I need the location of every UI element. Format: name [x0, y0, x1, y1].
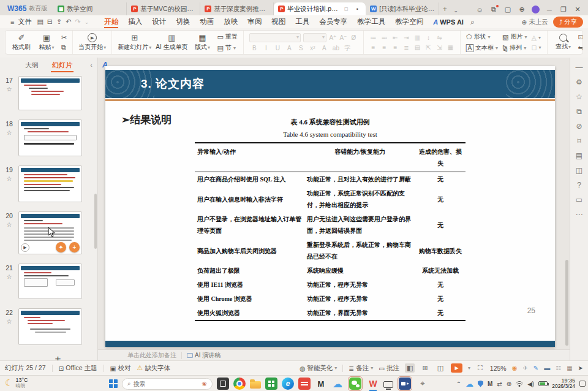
new-tab-button[interactable]: +	[439, 5, 450, 15]
taskbar-search[interactable]: ⌕ ❀	[122, 378, 213, 390]
paste-button[interactable]: ▣ 粘贴▾	[36, 33, 57, 51]
layout-button[interactable]: ▦ 版式▾	[192, 33, 213, 51]
text-effect-icon[interactable]: 字	[344, 44, 352, 52]
ime-icon[interactable]: M	[488, 381, 492, 387]
wifi-icon[interactable]	[516, 381, 523, 387]
select-button[interactable]: ⊡选择▾	[578, 32, 583, 41]
tray-clock[interactable]: 19:35 2026/3/24	[552, 378, 575, 390]
star-icon[interactable]: ☆	[7, 221, 12, 228]
reset-button[interactable]: ▭重置	[217, 32, 237, 41]
menu-item[interactable]: 会员专享	[314, 15, 352, 28]
outdent-icon[interactable]: ⇤	[391, 34, 399, 42]
text-direction-icon[interactable]: ⇋	[435, 34, 443, 42]
more-icon[interactable]: ⋯	[576, 211, 583, 219]
smartart-icon[interactable]: ▦	[447, 44, 454, 51]
chart-icon[interactable]: ▤	[576, 152, 582, 160]
collapse-panel-icon[interactable]: ‹	[90, 61, 92, 69]
share-button[interactable]: ⤴分享	[553, 17, 583, 28]
ai-beautify-button[interactable]: ✦	[56, 242, 66, 252]
tab-slides[interactable]: 幻灯片	[51, 59, 74, 72]
zoom-level[interactable]: 125%	[490, 365, 507, 372]
redo-icon[interactable]: ↷	[73, 18, 82, 26]
star-icon[interactable]: ☆	[7, 175, 12, 182]
weather-widget[interactable]: ☾ 13°C 晴朗	[5, 377, 28, 389]
pointer-tool-icon[interactable]: ⌖	[417, 378, 429, 390]
overlay-tool-icon[interactable]: ▦	[567, 365, 572, 371]
char-spacing-icon[interactable]: A	[285, 44, 293, 52]
menu-item[interactable]: 教学空间	[390, 15, 428, 28]
help-icon[interactable]: ?	[577, 181, 581, 189]
slide-thumbnail[interactable]	[18, 120, 82, 156]
duplicate-icon[interactable]: ⧉	[576, 108, 582, 116]
swap-icon[interactable]: ⇄	[497, 381, 502, 387]
notification-center-icon[interactable]	[579, 381, 586, 387]
translate-button[interactable]: ⇋翻译	[578, 44, 583, 52]
new-slide-button[interactable]: ⊞ 新建幻灯片▾	[118, 33, 151, 51]
battery-icon[interactable]	[538, 381, 548, 386]
cloud-app-icon[interactable]: ☁	[331, 378, 344, 390]
apps-icon[interactable]: ⧉	[489, 6, 498, 13]
play-from-current-button[interactable]: ▶ 当页开始▾	[78, 33, 106, 51]
outline-button[interactable]: ◻▾	[531, 44, 541, 51]
m-app-icon[interactable]: M	[315, 378, 327, 390]
fit-slide-icon[interactable]: ⛶	[476, 363, 484, 373]
font-family-select[interactable]	[249, 33, 301, 42]
panel-scrollbar[interactable]	[94, 194, 97, 249]
proofing-button[interactable]: ▣校对	[110, 364, 131, 373]
star-icon[interactable]: ☆	[7, 273, 12, 280]
highlight-icon[interactable]: ab	[332, 44, 340, 52]
tab-document-mvc[interactable]: P 基于MVC的校园二手商品交	[127, 2, 200, 15]
copy-icon[interactable]: ⧉	[61, 44, 67, 51]
screen-share-icon[interactable]	[383, 381, 393, 388]
arrange-button[interactable]: ⧎排列▾	[502, 44, 527, 52]
overlay-tool-icon[interactable]: ✎	[533, 365, 538, 371]
thumb-play-button[interactable]: ▶	[21, 243, 29, 252]
overlay-tool-icon[interactable]: ✈	[522, 365, 527, 371]
tray-expand-icon[interactable]: ⌃	[456, 381, 461, 387]
move-up-icon[interactable]: ⇱	[424, 44, 432, 51]
file-menu[interactable]: ≡ 文件	[5, 17, 35, 26]
underline-icon[interactable]: U	[274, 44, 282, 52]
export-icon[interactable]: ⇪	[55, 18, 64, 26]
smart-beautify-button[interactable]: ◍智能美化▾	[300, 364, 337, 373]
security-shield-icon[interactable]	[478, 381, 483, 387]
slide-thumbnail[interactable]	[18, 264, 82, 299]
comment-icon[interactable]: ▭	[576, 196, 582, 204]
search-input[interactable]	[134, 381, 186, 387]
user-avatar[interactable]	[532, 6, 540, 13]
tab-teaching-space[interactable]: ▦ 教学空间	[53, 2, 127, 15]
notes-button[interactable]: ≣备注▾	[349, 364, 373, 373]
slide-thumbnail[interactable]	[18, 76, 82, 110]
star-icon[interactable]: ☆	[7, 129, 12, 136]
menu-item[interactable]: 动画	[195, 15, 219, 28]
move-down-icon[interactable]: ⇲	[435, 44, 443, 51]
font-grow-icon[interactable]: A⁺	[329, 34, 337, 42]
menu-item[interactable]: 审阅	[243, 15, 266, 28]
italic-icon[interactable]: I	[262, 44, 270, 52]
menu-item[interactable]: 视图	[266, 15, 290, 28]
ai-generate-button[interactable]: ▥ AI 生成单页	[156, 33, 187, 51]
notebook-app-icon[interactable]	[217, 378, 229, 390]
cloud-sync-icon[interactable]: ☁	[466, 379, 473, 389]
comment-button[interactable]: ▭批注	[379, 364, 399, 373]
menu-wps-ai[interactable]: A WPS AI	[428, 18, 469, 26]
shapes-button[interactable]: ⬠形状▾	[466, 32, 498, 41]
textbox-button[interactable]: 🄰文本框▾	[466, 44, 498, 52]
format-painter-button[interactable]: ✐ 格式刷	[11, 33, 32, 51]
slide-sorter-view-button[interactable]: ⊞	[420, 363, 429, 373]
clear-format-icon[interactable]: Ø	[350, 34, 358, 42]
star-icon[interactable]: ☆	[576, 93, 582, 101]
align-center-icon[interactable]: ≡	[380, 44, 388, 51]
minimize-button[interactable]: ─	[545, 6, 554, 13]
align-left-icon[interactable]: ≡	[369, 44, 377, 51]
tab-thesis-template[interactable]: W [只读]本科毕业论文模板 (位	[366, 2, 439, 15]
find-button[interactable]: 查找▾	[553, 34, 574, 51]
quick-new-slide-button[interactable]: +	[69, 242, 80, 252]
notes-bar[interactable]: 单击此处添加备注 AI 演讲稿	[98, 349, 570, 360]
missing-font-warning[interactable]: ⚠缺失字体	[137, 364, 170, 373]
red-app-icon[interactable]	[298, 378, 311, 390]
close-button[interactable]: ✕	[573, 6, 582, 13]
save-icon[interactable]: ▤	[35, 18, 45, 26]
fill-button[interactable]: ◬▾	[531, 34, 541, 41]
menu-item[interactable]: 工具	[290, 15, 314, 28]
